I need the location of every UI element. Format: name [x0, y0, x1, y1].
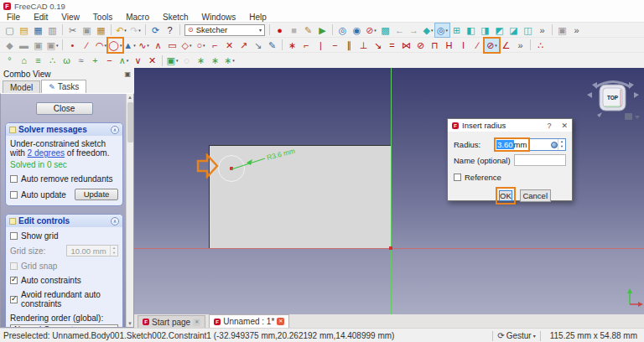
increase-knot-multiplicity-button[interactable]: ∧▾	[117, 54, 131, 67]
menu-file[interactable]: File	[0, 13, 27, 22]
constraint-lock-button[interactable]: ⊓	[428, 39, 442, 52]
auto-constraints-checkbox[interactable]	[10, 277, 18, 284]
constraint-distance-button[interactable]: ∕	[470, 39, 485, 52]
auto-remove-redundants-row[interactable]: Auto remove redundants	[10, 174, 118, 184]
fit-selection-button[interactable]: ◉	[350, 23, 364, 37]
scroll-up-icon[interactable]: ▲	[127, 95, 133, 100]
create-rectangle-button[interactable]: ▭	[165, 39, 179, 52]
bspline-pole-weight-button[interactable]: ω	[60, 54, 74, 67]
open-file-button[interactable]: ▤	[17, 23, 31, 37]
toolbar-overflow-chevron-3[interactable]: »	[513, 39, 527, 52]
view-front-button[interactable]: ◧	[464, 23, 478, 37]
cut-button[interactable]: ✂	[65, 23, 80, 37]
render-order-button[interactable]: ∗▾	[222, 54, 236, 67]
avoid-redundant-row[interactable]: Avoid redundant auto constraints	[10, 290, 118, 308]
toggle-driving-constraint-button[interactable]: ∴	[533, 39, 548, 52]
tab-start-page[interactable]: F Start page ✕	[138, 315, 205, 328]
zoom-tool-button[interactable]: ◎▾	[435, 23, 449, 37]
view-isometric-button[interactable]: ◆▾	[421, 23, 435, 37]
degrees-of-freedom-link[interactable]: 2 degrees	[28, 148, 65, 158]
macro-stop-button[interactable]: ■	[287, 23, 301, 37]
sketch-origin-point[interactable]	[389, 246, 392, 250]
create-arc-button[interactable]: ◠▾	[94, 39, 108, 52]
stop-operation-button[interactable]: ◌	[179, 54, 194, 67]
macro-record-button[interactable]: ●	[273, 23, 287, 37]
fillet-button[interactable]: ⌐	[208, 39, 222, 52]
draw-style-button[interactable]: ⊘▾	[364, 23, 378, 37]
new-file-button[interactable]: ▢	[3, 23, 17, 37]
create-circle-button[interactable]: ◯▾	[108, 39, 122, 52]
partdesign-body-button[interactable]: ◆	[3, 39, 17, 52]
navigation-cube[interactable]: TOP	[585, 75, 641, 123]
constraint-vertical-button[interactable]: |	[314, 39, 328, 52]
constraint-perpendicular-button[interactable]: ⊥	[356, 39, 371, 52]
create-line-button[interactable]: ∕	[80, 39, 94, 52]
print-button[interactable]: ▥	[45, 23, 60, 37]
constraint-symmetric-button[interactable]: ⋈	[399, 39, 413, 52]
paste-button[interactable]: ▦	[94, 23, 108, 37]
grid-snap-checkbox[interactable]	[10, 262, 18, 270]
tab-tasks[interactable]: ✎Tasks	[41, 80, 86, 93]
solver-messages-header[interactable]: Solver messages ∧	[6, 123, 122, 136]
constraint-tangent-button[interactable]: ↘	[371, 39, 385, 52]
create-point-button[interactable]: •	[65, 39, 80, 52]
menu-edit[interactable]: Edit	[27, 13, 55, 22]
dialog-close-icon[interactable]: ✕	[561, 122, 568, 130]
whats-this-button[interactable]: ?	[163, 23, 177, 37]
fit-all-button[interactable]: ◎	[335, 23, 350, 37]
reference-checkbox[interactable]	[454, 174, 461, 181]
3d-viewport[interactable]: R3.6 mm TOP	[134, 68, 644, 314]
update-button[interactable]: Update	[75, 189, 118, 200]
sketcher-grid-button[interactable]: ∗	[194, 54, 208, 67]
collapse-icon[interactable]: ∧	[111, 217, 119, 225]
cancel-button[interactable]: Cancel	[520, 189, 551, 202]
macro-edit-button[interactable]: ✎	[301, 23, 315, 37]
auto-update-checkbox[interactable]	[10, 191, 18, 199]
name-input[interactable]	[514, 154, 566, 166]
create-polyline-button[interactable]: ∧	[151, 39, 165, 52]
menu-macro[interactable]: Macro	[119, 13, 156, 22]
view-right-button[interactable]: ◩	[492, 23, 506, 37]
avoid-redundant-checkbox[interactable]	[10, 296, 18, 303]
dialog-title-bar[interactable]: F Insert radius ? ✕	[448, 119, 572, 132]
menu-view[interactable]: View	[55, 13, 86, 22]
constraint-equal-button[interactable]: =	[385, 39, 399, 52]
show-grid-row[interactable]: Show grid	[10, 231, 118, 241]
navigation-style-selector[interactable]: Gestur	[506, 331, 532, 340]
save-button[interactable]: ▦	[31, 23, 45, 37]
bspline-show-degree-button[interactable]: °	[3, 54, 17, 67]
constraint-block-button[interactable]: ⊘	[413, 39, 428, 52]
sketcher-snap-button[interactable]: ∗	[208, 54, 222, 67]
constraint-horizontal-distance-button[interactable]: H	[442, 39, 456, 52]
group-tool-button[interactable]: ▣	[555, 23, 569, 37]
tab-model[interactable]: Model	[3, 80, 40, 93]
ok-button[interactable]: OK	[499, 190, 512, 201]
expression-icon[interactable]	[551, 142, 558, 148]
workbench-selector[interactable]: ⊙Sketcher▾	[184, 24, 265, 36]
constraint-point-on-object-button[interactable]: ⌐	[299, 39, 314, 52]
bspline-knot-multiplicity-button[interactable]: ∴	[45, 54, 60, 67]
collapse-icon[interactable]: ∧	[111, 126, 119, 134]
decrease-knot-multiplicity-button[interactable]: ∨	[131, 54, 145, 67]
convert-to-bspline-button[interactable]: ≈	[74, 54, 88, 67]
increase-degree-button[interactable]: +	[88, 54, 102, 67]
show-grid-checkbox[interactable]	[10, 232, 18, 240]
dialog-help-icon[interactable]: ?	[547, 122, 551, 130]
create-polygon-button[interactable]: ◇▾	[179, 39, 194, 52]
create-slot-button[interactable]: ○▾	[194, 39, 208, 52]
view-axonometric-button[interactable]: ⊞	[449, 23, 464, 37]
extend-button[interactable]: ↗	[236, 39, 251, 52]
close-tab-icon[interactable]: ✕	[277, 318, 284, 325]
trim-button[interactable]: ✕	[222, 39, 236, 52]
close-task-button[interactable]: Close	[36, 102, 93, 115]
close-tab-icon[interactable]: ✕	[193, 319, 200, 326]
radius-dimension[interactable]: R3.6 mm	[228, 145, 320, 179]
bspline-control-polygon-button[interactable]: ⌂	[17, 54, 31, 67]
delete-knot-button[interactable]: ✕	[145, 54, 159, 67]
toolbar-overflow-chevron[interactable]: »	[535, 23, 549, 37]
grid-size-spinner[interactable]: 10.00 mm ▲▼	[66, 245, 118, 256]
partdesign-group-button[interactable]: ▬	[17, 39, 31, 52]
menu-help[interactable]: Help	[242, 13, 273, 22]
menu-tools[interactable]: Tools	[86, 13, 119, 22]
view-rear-button[interactable]: ◪	[506, 23, 521, 37]
